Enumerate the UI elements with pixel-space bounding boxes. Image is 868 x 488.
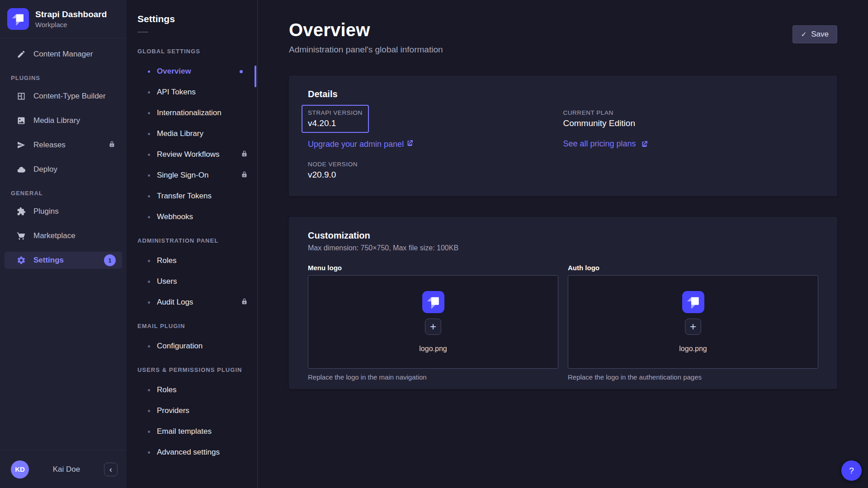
subnav-item-media-library[interactable]: Media Library (127, 129, 248, 139)
bullet-icon (148, 174, 150, 177)
sidebar-item-label: Settings (33, 256, 104, 265)
pricing-plans-link[interactable]: See all pricing plans (563, 139, 648, 149)
subnav-item-label: Roles (157, 256, 248, 265)
image-icon (16, 116, 26, 126)
subnav-item-roles-admin[interactable]: Roles (127, 256, 248, 266)
subnav-item-api-tokens[interactable]: API Tokens (127, 87, 248, 97)
customization-title: Customization (308, 230, 818, 241)
upgrade-admin-panel-link[interactable]: Upgrade your admin panel (308, 139, 563, 149)
subnav-item-configuration[interactable]: Configuration (127, 341, 248, 351)
subnav-item-label: Webhooks (157, 212, 248, 221)
auth-logo-upload-box[interactable]: + logo.png (568, 275, 818, 369)
user-name: Kai Doe (33, 465, 99, 474)
divider (137, 32, 148, 33)
strapi-version-field[interactable]: STRAPI VERSION v4.20.1 (302, 105, 369, 133)
page-subtitle: Administration panel's global informatio… (289, 45, 837, 55)
node-version-field: NODE VERSION v20.9.0 (308, 161, 563, 180)
details-card: Details STRAPI VERSION v4.20.1 Upgrade y… (289, 75, 837, 196)
sidebar-item-plugins[interactable]: Plugins (5, 203, 122, 220)
workspace-subtitle: Workplace (35, 21, 107, 28)
subnav-item-internationalization[interactable]: Internationalization (127, 108, 248, 118)
subnav-item-label: Providers (157, 406, 248, 415)
sidebar-item-content-type-builder[interactable]: Content-Type Builder (5, 88, 122, 105)
subnav-item-label: Overview (157, 67, 240, 76)
avatar[interactable]: KD (11, 460, 29, 479)
subnav-item-roles-up[interactable]: Roles (127, 385, 248, 395)
auth-logo-label: Auth logo (568, 264, 818, 272)
current-plan-label: CURRENT PLAN (563, 109, 819, 116)
subnav-item-transfer-tokens[interactable]: Transfer Tokens (127, 191, 248, 201)
bullet-icon (148, 345, 150, 347)
subnav-item-label: Transfer Tokens (157, 192, 248, 201)
pen-icon (16, 49, 26, 59)
sidebar-item-releases[interactable]: Releases (5, 136, 122, 154)
lock-icon (241, 150, 248, 160)
subnav-section-administration-panel: ADMINISTRATION PANEL (127, 237, 257, 244)
sidebar-item-media-library[interactable]: Media Library (5, 112, 122, 129)
sidebar-item-marketplace[interactable]: Marketplace (5, 227, 122, 244)
strapi-logo-icon (422, 291, 444, 313)
modified-dot-icon (240, 70, 243, 73)
auth-logo-caption: Replace the logo in the authentication p… (568, 373, 818, 381)
subnav-item-providers[interactable]: Providers (127, 406, 248, 416)
add-menu-logo-button[interactable]: + (425, 319, 441, 335)
subnav-item-advanced-settings[interactable]: Advanced settings (127, 447, 248, 457)
subnav-item-label: Single Sign-On (157, 171, 241, 180)
subnav-item-audit-logs[interactable]: Audit Logs (127, 297, 248, 307)
strapi-logo-icon (682, 291, 704, 313)
lock-icon (241, 171, 248, 180)
subnav-item-label: Media Library (157, 129, 248, 138)
main-sidebar: Strapi Dashboard Workplace Content Manag… (0, 0, 127, 488)
save-button[interactable]: ✓ Save (793, 25, 837, 43)
sidebar-item-label: Deploy (33, 165, 116, 174)
sidebar-user-footer: KD Kai Doe ‹ (0, 450, 127, 488)
subnav-scrollbar-thumb[interactable] (255, 66, 256, 87)
menu-logo-filename: logo.png (419, 345, 447, 353)
sidebar-item-settings[interactable]: Settings 1 (5, 252, 122, 269)
subnav-item-label: Audit Logs (157, 298, 241, 307)
strapi-version-label: STRAPI VERSION (308, 109, 363, 116)
subnav-item-label: Advanced settings (157, 448, 248, 457)
layout-grid-icon (16, 91, 26, 101)
sidebar-item-label: Content Manager (33, 50, 116, 59)
workspace-brand[interactable]: Strapi Dashboard Workplace (0, 0, 127, 38)
sidebar-item-content-manager[interactable]: Content Manager (5, 46, 122, 63)
bullet-icon (148, 91, 150, 94)
bullet-icon (148, 133, 150, 135)
subnav-item-email-templates[interactable]: Email templates (127, 427, 248, 436)
help-button[interactable]: ? (841, 460, 862, 481)
sidebar-item-label: Media Library (33, 116, 116, 125)
subnav-item-label: Email templates (157, 427, 248, 436)
bullet-icon (148, 216, 150, 218)
strapi-version-value: v4.20.1 (308, 118, 363, 128)
menu-logo-upload-box[interactable]: + logo.png (308, 275, 558, 369)
bullet-icon (148, 112, 150, 114)
subnav-item-label: Roles (157, 385, 248, 394)
subnav-item-users[interactable]: Users (127, 277, 248, 286)
bullet-icon (148, 410, 150, 412)
details-title: Details (308, 89, 818, 99)
settings-notification-badge: 1 (104, 254, 116, 266)
question-icon: ? (849, 466, 854, 476)
nav-section-plugins: PLUGINS (0, 75, 127, 81)
lock-icon (108, 141, 116, 150)
bullet-icon (148, 389, 150, 391)
plus-icon: + (430, 321, 436, 332)
sidebar-item-deploy[interactable]: Deploy (5, 161, 122, 178)
add-auth-logo-button[interactable]: + (685, 319, 701, 335)
subnav-item-overview[interactable]: Overview (127, 66, 248, 76)
save-button-label: Save (811, 30, 829, 39)
subnav-item-webhooks[interactable]: Webhooks (127, 212, 248, 222)
bullet-icon (148, 154, 150, 156)
sidebar-item-label: Content-Type Builder (33, 92, 116, 101)
settings-subnav: Settings GLOBAL SETTINGS Overview API To… (127, 0, 258, 488)
page-title: Overview (289, 20, 837, 40)
subnav-item-review-workflows[interactable]: Review Workflows (127, 150, 248, 160)
details-left-column: STRAPI VERSION v4.20.1 Upgrade your admi… (308, 105, 563, 180)
paper-plane-icon (16, 140, 26, 150)
collapse-sidebar-button[interactable]: ‹ (104, 463, 118, 476)
bullet-icon (148, 431, 150, 433)
subnav-item-single-sign-on[interactable]: Single Sign-On (127, 170, 248, 180)
strapi-logo-icon (7, 8, 29, 30)
auth-logo-filename: logo.png (679, 345, 707, 353)
